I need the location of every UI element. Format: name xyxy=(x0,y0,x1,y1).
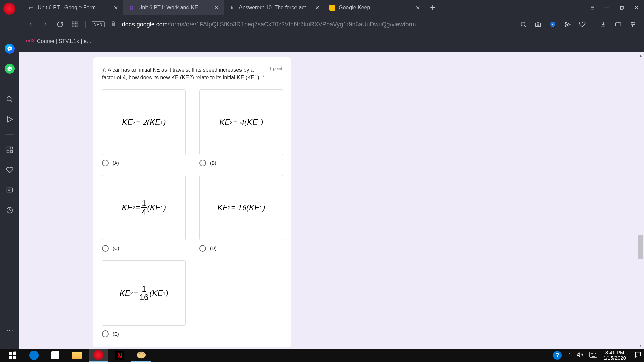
browser-sidebar: ⋯ xyxy=(0,0,19,349)
scroll-up-arrow[interactable]: ▲ xyxy=(638,53,643,58)
scrollbar-thumb[interactable] xyxy=(638,235,643,259)
vpn-badge[interactable]: VPN xyxy=(92,21,105,27)
url-input[interactable]: docs.google.com/forms/d/e/1FAIpQLSfKo3R1… xyxy=(122,21,513,28)
option-label: (C) xyxy=(113,246,119,251)
help-icon[interactable]: ? xyxy=(553,351,562,360)
maximize-button[interactable] xyxy=(616,3,627,13)
svg-point-22 xyxy=(140,352,142,354)
keyboard-icon[interactable] xyxy=(589,352,597,359)
news-icon[interactable] xyxy=(5,185,15,195)
heart-icon[interactable] xyxy=(5,165,15,175)
tray-expand-icon[interactable]: ˄ xyxy=(568,352,571,359)
close-icon[interactable]: ✕ xyxy=(415,5,421,11)
radio-b[interactable]: (B) xyxy=(199,160,283,166)
separator xyxy=(85,21,86,28)
page-viewport: 7. A car has an initial KE as it travels… xyxy=(19,52,644,349)
clock-date: 1/15/2020 xyxy=(603,355,626,361)
scroll-down-arrow[interactable]: ▼ xyxy=(638,343,643,348)
minimize-button[interactable]: ─ xyxy=(602,3,612,13)
sidebar-separator xyxy=(5,134,14,135)
radio-c[interactable]: (C) xyxy=(102,245,186,252)
lock-icon[interactable] xyxy=(111,21,116,28)
reload-button[interactable] xyxy=(56,20,64,29)
edge-button[interactable] xyxy=(24,349,44,362)
svg-rect-7 xyxy=(72,22,74,24)
svg-rect-12 xyxy=(536,23,541,27)
close-icon[interactable]: ✕ xyxy=(113,5,119,11)
explorer-button[interactable] xyxy=(67,349,87,362)
svg-point-13 xyxy=(537,24,539,25)
close-icon[interactable]: ✕ xyxy=(314,5,320,11)
video-popout-icon[interactable] xyxy=(614,20,623,29)
option-image-c[interactable]: KE2 = 14(KE1) xyxy=(102,175,186,240)
address-bar: VPN docs.google.com/forms/d/e/1FAIpQLSfK… xyxy=(19,15,644,34)
more-icon[interactable]: ⋯ xyxy=(5,325,15,335)
volume-icon[interactable] xyxy=(577,351,583,359)
taskbar-left: N xyxy=(3,349,151,362)
close-button[interactable]: ✕ xyxy=(631,3,641,13)
start-button[interactable] xyxy=(3,349,22,362)
option-label: (A) xyxy=(113,160,119,166)
svg-point-16 xyxy=(634,24,635,25)
forward-button[interactable] xyxy=(41,20,50,29)
svg-rect-1 xyxy=(7,147,9,149)
tab-bartleby[interactable]: b Answered: 10. The force act ✕ xyxy=(224,0,325,15)
clock[interactable]: 8:41 PM 1/15/2020 xyxy=(603,350,629,361)
netflix-button[interactable]: N xyxy=(110,349,129,362)
speed-dial-button[interactable] xyxy=(70,20,79,29)
radio-circle xyxy=(102,330,109,337)
radio-circle xyxy=(199,160,206,166)
store-button[interactable] xyxy=(46,349,65,362)
option-image-b[interactable]: KE2 = 4(KE1) xyxy=(199,89,283,155)
opera-button[interactable] xyxy=(89,349,108,362)
close-icon[interactable]: ✕ xyxy=(213,5,219,11)
option-image-e[interactable]: KE2 = 116(KE1) xyxy=(102,260,186,326)
svg-rect-14 xyxy=(616,23,621,26)
option-image-a[interactable]: KE2 = 2(KE1) xyxy=(102,89,186,155)
option-label: (B) xyxy=(210,160,216,166)
tab-bar: ▭ Unit 6 PT I Google Form ✕ ▦ Unit 6 PT … xyxy=(19,0,644,15)
svg-rect-9 xyxy=(72,25,74,27)
tab-work-and-ke[interactable]: ▦ Unit 6 PT I: Work and KE ✕ xyxy=(123,0,224,15)
tab-google-keep[interactable]: Google Keep ✕ xyxy=(325,0,425,15)
action-center-icon[interactable] xyxy=(635,351,641,359)
play-icon[interactable] xyxy=(5,114,15,124)
question-header: 7. A car has an initial KE as it travels… xyxy=(102,66,282,81)
search-icon[interactable] xyxy=(5,94,15,104)
history-icon[interactable] xyxy=(5,205,15,215)
tab-google-form[interactable]: ▭ Unit 6 PT I Google Form ✕ xyxy=(23,0,123,15)
paint-button[interactable] xyxy=(131,349,151,362)
messenger-icon[interactable] xyxy=(5,44,15,54)
download-icon[interactable] xyxy=(599,20,608,29)
send-icon[interactable] xyxy=(563,20,572,29)
new-tab-button[interactable]: + xyxy=(425,2,440,13)
speed-dial-icon[interactable] xyxy=(5,145,15,155)
question-card: 7. A car has an initial KE as it travels… xyxy=(93,57,291,347)
heart-icon[interactable] xyxy=(578,20,587,29)
radio-d[interactable]: (D) xyxy=(199,245,283,252)
svg-point-15 xyxy=(631,22,632,23)
bartleby-icon: b xyxy=(229,4,235,11)
opera-logo[interactable] xyxy=(3,3,15,15)
radio-a[interactable]: (A) xyxy=(102,160,186,166)
svg-point-0 xyxy=(7,97,11,101)
tab-menu-icon[interactable] xyxy=(587,3,597,13)
option-c: KE2 = 14(KE1) (C) xyxy=(102,175,186,252)
svg-rect-2 xyxy=(10,147,12,149)
option-image-d[interactable]: KE2 = 16(KE1) xyxy=(199,175,283,240)
radio-e[interactable]: (E) xyxy=(102,330,186,337)
easy-setup-icon[interactable] xyxy=(629,20,637,29)
bookmark-course[interactable]: Course | STV1.1x | e... xyxy=(37,38,91,44)
whatsapp-icon[interactable] xyxy=(5,64,15,74)
windows-taskbar: N ? ˄ 8:41 PM 1/15/2020 xyxy=(0,349,644,362)
tab-title: Google Keep xyxy=(339,5,411,11)
radio-circle xyxy=(102,245,109,252)
search-in-page-icon[interactable] xyxy=(519,20,528,29)
tab-title: Answered: 10. The force act xyxy=(239,5,311,11)
shield-icon[interactable] xyxy=(548,20,557,29)
back-button[interactable] xyxy=(26,20,35,29)
separator xyxy=(593,21,593,28)
question-points: 1 point xyxy=(269,66,282,81)
option-b: KE2 = 4(KE1) (B) xyxy=(199,89,283,166)
snapshot-icon[interactable] xyxy=(534,20,542,29)
